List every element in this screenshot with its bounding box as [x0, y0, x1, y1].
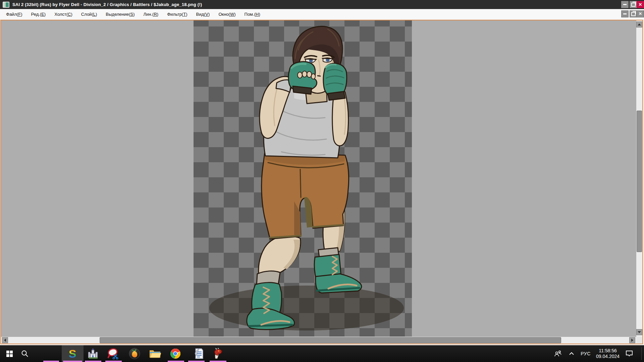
running-indicator-notepad — [188, 361, 205, 362]
taskbar-app-flstudio[interactable] — [126, 345, 143, 362]
menu-view[interactable]: Вид(V) — [192, 9, 214, 19]
menu-filter[interactable]: Фильтр(T) — [163, 9, 192, 19]
menu-canvas[interactable]: Холст(C) — [50, 9, 77, 19]
scrollbar-corner — [636, 337, 642, 344]
doc-close-icon: ✕ — [639, 12, 642, 16]
running-indicator-sai2 — [63, 361, 82, 362]
doc-restore-icon — [631, 12, 636, 16]
arrow-up-icon — [638, 23, 641, 25]
title-bar: SAI 2 (32bit) (Rus) by Flyer Dell - Divi… — [0, 0, 644, 9]
clock[interactable]: 11:58:56 09.04.2024 — [594, 345, 621, 362]
scroll-right-button[interactable] — [629, 337, 635, 343]
horizontal-scroll-thumb[interactable] — [100, 337, 561, 343]
language-indicator[interactable]: РУС — [578, 345, 593, 362]
scroll-up-button[interactable] — [636, 21, 642, 27]
mirror-scissors-icon — [107, 348, 119, 359]
arrow-left-icon — [4, 339, 6, 342]
restore-icon — [631, 3, 636, 7]
running-indicator-dragon — [210, 361, 226, 362]
menu-window[interactable]: Окно(W) — [214, 9, 240, 19]
taskbar-app-explorer[interactable] — [147, 345, 163, 362]
vertical-scrollbar[interactable] — [636, 20, 642, 337]
doc-minimize-button[interactable] — [621, 10, 629, 17]
menu-edit[interactable]: Ред.(E) — [27, 9, 50, 19]
search-icon — [21, 350, 29, 357]
sai2-icon: S — [67, 348, 78, 360]
minimize-icon — [623, 4, 627, 5]
running-indicator-chrome — [168, 361, 184, 362]
people-icon — [554, 350, 562, 357]
taskbar-app-chrome[interactable] — [167, 345, 183, 362]
notepad-icon — [194, 348, 204, 359]
show-hidden-icons-button[interactable] — [568, 345, 576, 362]
vertical-scroll-thumb[interactable] — [637, 111, 642, 252]
close-button[interactable]: ✕ — [637, 1, 644, 8]
menu-file[interactable]: Файл(F) — [2, 9, 27, 19]
people-button[interactable] — [553, 345, 563, 362]
sai-app-icon — [3, 2, 9, 8]
start-button[interactable] — [3, 345, 16, 362]
taskbar-app-hidden[interactable] — [43, 345, 59, 362]
taskbar-app-castle[interactable] — [85, 345, 101, 362]
action-center-icon — [626, 350, 633, 357]
show-desktop-button[interactable] — [642, 345, 644, 362]
action-center-button[interactable] — [623, 345, 635, 362]
boxer-artwork — [194, 20, 412, 337]
menu-ruler[interactable]: Лин.(R) — [139, 9, 163, 19]
document-window — [0, 20, 643, 344]
dragon-icon — [212, 348, 223, 359]
chrome-icon — [170, 348, 181, 359]
taskbar: S — [0, 345, 644, 362]
taskbar-app-dragon[interactable] — [209, 345, 225, 362]
restore-button[interactable] — [630, 1, 637, 8]
running-indicator-snip — [105, 361, 122, 362]
folder-icon — [149, 349, 161, 359]
taskbar-app-snip[interactable] — [105, 345, 121, 362]
fl-studio-icon — [129, 348, 140, 359]
search-button[interactable] — [17, 345, 32, 362]
arrow-down-icon — [638, 331, 641, 333]
scroll-left-button[interactable] — [2, 337, 8, 343]
taskbar-app-notepad[interactable] — [191, 345, 207, 362]
running-indicator-castle — [85, 361, 101, 362]
window-title: SAI 2 (32bit) (Rus) by Flyer Dell - Divi… — [12, 2, 202, 7]
tray-date: 09.04.2024 — [596, 354, 620, 359]
arrow-right-icon — [631, 339, 633, 342]
horizontal-scrollbar[interactable] — [1, 337, 636, 344]
menu-layer[interactable]: Слой(L) — [77, 9, 102, 19]
menu-bar: Файл(F) Ред.(E) Холст(C) Слой(L) Выделен… — [0, 9, 644, 19]
close-icon: ✕ — [639, 2, 642, 7]
minimize-button[interactable] — [621, 1, 629, 8]
running-indicator-hidden — [43, 361, 59, 362]
menu-help[interactable]: Пом.(H) — [240, 9, 265, 19]
doc-minimize-icon — [623, 13, 627, 14]
menu-selection[interactable]: Выделение(S) — [101, 9, 139, 19]
tray-time: 11:58:56 — [599, 348, 616, 354]
scroll-down-button[interactable] — [636, 329, 642, 335]
desktop: SAI 2 (32bit) (Rus) by Flyer Dell - Divi… — [0, 0, 644, 362]
chevron-up-icon — [569, 352, 574, 355]
drop-shadow — [209, 286, 404, 330]
canvas-viewport[interactable] — [1, 20, 636, 337]
castle-icon — [87, 348, 99, 359]
doc-close-button[interactable]: ✕ — [637, 10, 644, 17]
windows-logo-icon — [6, 351, 13, 357]
taskbar-app-sai2[interactable]: S — [64, 345, 80, 362]
doc-restore-button[interactable] — [630, 10, 637, 17]
svg-text:S: S — [69, 348, 76, 360]
